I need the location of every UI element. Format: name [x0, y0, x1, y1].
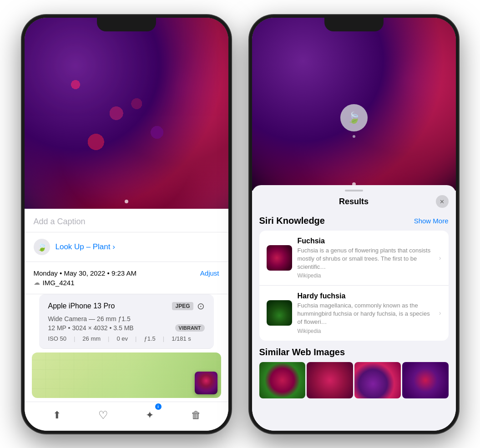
trash-icon: 🗑 — [191, 409, 201, 421]
focal-length: 26 mm — [82, 335, 101, 342]
screen-1: Add a Caption 🍃 Look Up – Plant › Monday… — [25, 18, 228, 431]
hardy-fuchsia-desc: Fuchsia magellanica, commonly known as t… — [298, 302, 434, 327]
ev-value: 0 ev — [116, 335, 128, 342]
thumbnail-image — [195, 372, 217, 394]
exif-row: ISO 50 | 26 mm | 0 ev | ƒ1.5 | 1/181 s — [48, 335, 205, 342]
lookup-icon: 🍃 — [34, 239, 50, 255]
lookup-label: Look Up – Plant › — [56, 242, 115, 252]
fuchsia-item[interactable]: Fuchsia Fuchsia is a genus of flowering … — [259, 231, 449, 286]
visual-lookup-indicator: 🍃 — [340, 104, 368, 131]
siri-knowledge-title: Siri Knowledge — [259, 216, 325, 226]
phone-1: Add a Caption 🍃 Look Up – Plant › Monday… — [22, 15, 231, 433]
hardy-fuchsia-name: Hardy fuchsia — [298, 292, 434, 300]
share-button[interactable]: ⬆ — [47, 405, 67, 425]
flower-image — [25, 18, 228, 209]
hardy-fuchsia-info: Hardy fuchsia Fuchsia magellanica, commo… — [298, 292, 434, 334]
camera-section: Apple iPhone 13 Pro JPEG ⊙ Wide Camera —… — [39, 294, 214, 349]
web-image-4[interactable] — [402, 362, 449, 398]
notch — [97, 18, 156, 31]
mp-text: 12 MP • 3024 × 4032 • 3.5 MB — [48, 324, 134, 332]
leaf-icon: 🍃 — [37, 242, 47, 252]
fuchsia-info: Fuchsia Fuchsia is a genus of flowering … — [298, 237, 434, 279]
notch-2 — [324, 18, 384, 31]
info-section: Monday • May 30, 2022 • 9:23 AM Adjust ☁… — [25, 262, 228, 294]
hardy-fuchsia-thumb — [267, 300, 292, 326]
web-image-3[interactable] — [354, 362, 401, 398]
web-images-row — [259, 362, 449, 398]
hardy-fuchsia-source: Wikipedia — [298, 328, 434, 334]
heart-icon: ♡ — [98, 409, 108, 422]
page-dot — [125, 200, 128, 203]
date-text: Monday • May 30, 2022 • 9:23 AM — [34, 269, 136, 277]
lookup-section[interactable]: 🍃 Look Up – Plant › — [25, 232, 228, 262]
chevron-right-icon-2: › — [439, 309, 441, 317]
share-icon: ⬆ — [53, 409, 61, 421]
results-header: Results ✕ — [252, 191, 456, 212]
camera-details: Wide Camera — 26 mm ƒ1.5 — [48, 315, 205, 322]
info-icon: ✦ — [146, 409, 154, 421]
caption-placeholder[interactable]: Add a Caption — [34, 217, 86, 226]
fuchsia-source: Wikipedia — [298, 272, 434, 279]
info-badge: i — [155, 403, 162, 410]
close-button[interactable]: ✕ — [436, 195, 449, 208]
phones-container: Add a Caption 🍃 Look Up – Plant › Monday… — [13, 6, 468, 443]
fuchsia-thumb — [267, 245, 292, 271]
camera-settings-icon: ⊙ — [197, 301, 205, 312]
camera-model: Apple iPhone 13 Pro — [48, 302, 115, 310]
similar-images-title: Similar Web Images — [259, 347, 449, 357]
leaf-indicator-icon: 🍃 — [347, 111, 361, 124]
info-button[interactable]: ✦ i — [140, 405, 160, 425]
delete-button[interactable]: 🗑 — [186, 405, 206, 425]
map-area[interactable] — [32, 352, 221, 398]
lookup-prefix: Look Up – — [56, 242, 93, 251]
hardy-fuchsia-item[interactable]: Hardy fuchsia Fuchsia magellanica, commo… — [259, 286, 449, 341]
show-more-button[interactable]: Show More — [414, 217, 449, 225]
hardy-fuchsia-image — [267, 300, 292, 326]
phone-2: 🍃 Results ✕ S — [249, 15, 459, 433]
caption-area[interactable]: Add a Caption — [25, 209, 228, 232]
favorite-button[interactable]: ♡ — [93, 405, 113, 425]
iso-value: ISO 50 — [48, 335, 66, 342]
vibrant-badge: VIBRANT — [175, 324, 205, 332]
bottom-toolbar: ⬆ ♡ ✦ i 🗑 — [25, 402, 228, 431]
results-content: Siri Knowledge Show More Fuchsia — [252, 212, 456, 431]
fuchsia-image — [267, 245, 292, 271]
web-image-1[interactable] — [259, 362, 306, 398]
adjust-button[interactable]: Adjust — [200, 269, 219, 277]
photo-area — [25, 18, 228, 209]
knowledge-card: Fuchsia Fuchsia is a genus of flowering … — [259, 231, 449, 341]
results-overlay: Results ✕ Siri Knowledge Show More — [252, 185, 456, 431]
screen-2: 🍃 Results ✕ S — [252, 18, 456, 431]
siri-knowledge-header: Siri Knowledge Show More — [259, 216, 449, 226]
shutter-speed: 1/181 s — [172, 335, 191, 342]
web-image-2[interactable] — [307, 362, 353, 398]
jpeg-badge: JPEG — [172, 302, 193, 310]
chevron-right-icon: › — [439, 254, 441, 262]
filename-text: IMG_4241 — [43, 279, 75, 287]
aperture-value: ƒ1.5 — [144, 335, 155, 342]
fuchsia-name: Fuchsia — [298, 237, 434, 245]
lookup-subject: Plant — [93, 242, 111, 251]
map-thumbnail — [195, 372, 217, 394]
results-title: Results — [339, 197, 369, 206]
fuchsia-desc: Fuchsia is a genus of flowering plants t… — [298, 247, 434, 272]
close-icon: ✕ — [440, 198, 445, 205]
cloud-icon: ☁ — [34, 279, 40, 286]
